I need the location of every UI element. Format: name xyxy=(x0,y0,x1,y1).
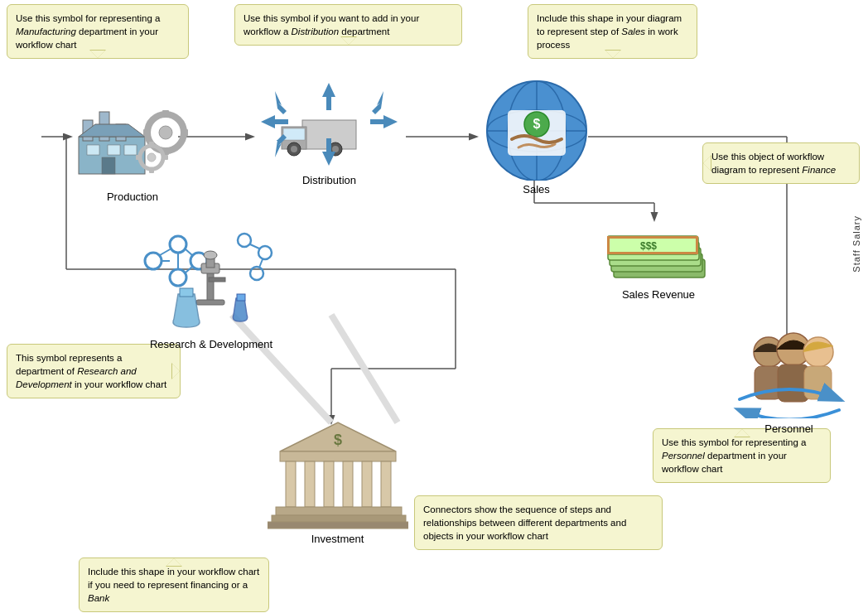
tooltip-distribution: Use this symbol if you want to add in yo… xyxy=(234,4,462,46)
svg-rect-38 xyxy=(283,128,305,140)
sales-revenue-label: Sales Revenue xyxy=(605,288,712,301)
svg-point-40 xyxy=(291,146,297,152)
svg-marker-46 xyxy=(370,115,398,128)
svg-point-42 xyxy=(332,146,339,152)
tooltip-bank: Include this shape in your workflow char… xyxy=(79,557,269,612)
distribution-icon xyxy=(257,79,402,170)
svg-point-68 xyxy=(145,253,162,269)
svg-rect-21 xyxy=(108,145,120,155)
investment-icon: $ xyxy=(268,410,408,530)
svg-rect-82 xyxy=(207,269,214,302)
svg-rect-91 xyxy=(280,451,396,461)
node-production: Production xyxy=(66,79,199,203)
svg-rect-89 xyxy=(237,294,245,301)
svg-rect-64 xyxy=(607,236,610,254)
svg-rect-35 xyxy=(163,155,168,160)
node-distribution: Distribution xyxy=(257,79,402,186)
sales-revenue-icon: $$$ xyxy=(607,214,711,284)
svg-rect-67 xyxy=(607,252,698,254)
svg-point-77 xyxy=(238,234,251,247)
sales-icon: $ xyxy=(479,73,595,181)
svg-rect-88 xyxy=(180,288,193,297)
node-sales: $ Sales xyxy=(476,73,596,195)
tooltip-finance: Use this object of workflow diagram to r… xyxy=(702,142,860,184)
rd-icon xyxy=(128,224,294,335)
node-personnel: Personnel xyxy=(729,331,849,435)
svg-rect-95 xyxy=(324,461,334,507)
production-label: Production xyxy=(66,191,199,203)
svg-rect-65 xyxy=(696,236,698,254)
svg-rect-97 xyxy=(362,461,372,507)
svg-rect-98 xyxy=(381,461,391,507)
svg-line-74 xyxy=(160,249,171,255)
sales-label: Sales xyxy=(476,183,596,195)
svg-point-31 xyxy=(147,153,156,162)
svg-rect-26 xyxy=(162,110,169,117)
svg-text:$$$: $$$ xyxy=(640,240,657,252)
svg-rect-94 xyxy=(305,461,315,507)
svg-rect-99 xyxy=(276,507,402,515)
svg-point-85 xyxy=(204,251,217,259)
node-rd: Research & Development xyxy=(128,224,294,350)
svg-rect-101 xyxy=(268,522,408,529)
svg-rect-20 xyxy=(87,145,99,155)
svg-line-75 xyxy=(185,249,192,255)
svg-rect-29 xyxy=(181,129,188,136)
staff-salary-label: Staff Salary xyxy=(851,215,861,273)
svg-rect-96 xyxy=(343,461,353,507)
node-investment: $ Investment xyxy=(265,410,410,545)
tooltip-rd: This symbol represents a department of R… xyxy=(7,344,181,398)
svg-marker-48 xyxy=(372,91,383,114)
distribution-label: Distribution xyxy=(257,174,402,186)
svg-point-71 xyxy=(170,269,186,286)
svg-point-78 xyxy=(258,246,272,259)
tooltip-connectors: Connectors show the sequence of steps an… xyxy=(414,495,663,550)
rd-label: Research & Development xyxy=(128,338,294,350)
svg-rect-87 xyxy=(209,278,225,282)
svg-line-80 xyxy=(250,244,259,249)
svg-rect-86 xyxy=(196,300,224,305)
tooltip-manufacturing: Use this symbol for representing a Manuf… xyxy=(7,4,189,59)
svg-rect-66 xyxy=(607,236,698,239)
svg-rect-32 xyxy=(149,142,154,147)
tooltip-personnel: Use this symbol for representing a Perso… xyxy=(653,428,831,483)
svg-rect-34 xyxy=(136,155,141,160)
tooltip-sales: Include this shape in your diagram to re… xyxy=(528,4,697,59)
svg-rect-23 xyxy=(102,157,115,174)
svg-text:$: $ xyxy=(333,432,341,448)
svg-point-69 xyxy=(170,236,186,253)
svg-rect-22 xyxy=(124,145,137,155)
production-icon xyxy=(70,79,195,186)
svg-line-76 xyxy=(185,267,192,273)
svg-point-25 xyxy=(159,126,172,139)
svg-rect-28 xyxy=(143,129,150,136)
svg-line-81 xyxy=(259,259,263,268)
personnel-icon xyxy=(731,331,847,418)
svg-marker-47 xyxy=(275,91,287,114)
investment-label: Investment xyxy=(265,533,410,545)
svg-point-79 xyxy=(250,267,263,280)
svg-text:$: $ xyxy=(533,117,540,131)
svg-rect-93 xyxy=(286,461,296,507)
svg-rect-33 xyxy=(149,168,154,173)
svg-rect-100 xyxy=(272,515,406,522)
svg-marker-43 xyxy=(322,83,335,110)
node-sales-revenue: $$$ Sales Revenue xyxy=(605,214,712,301)
